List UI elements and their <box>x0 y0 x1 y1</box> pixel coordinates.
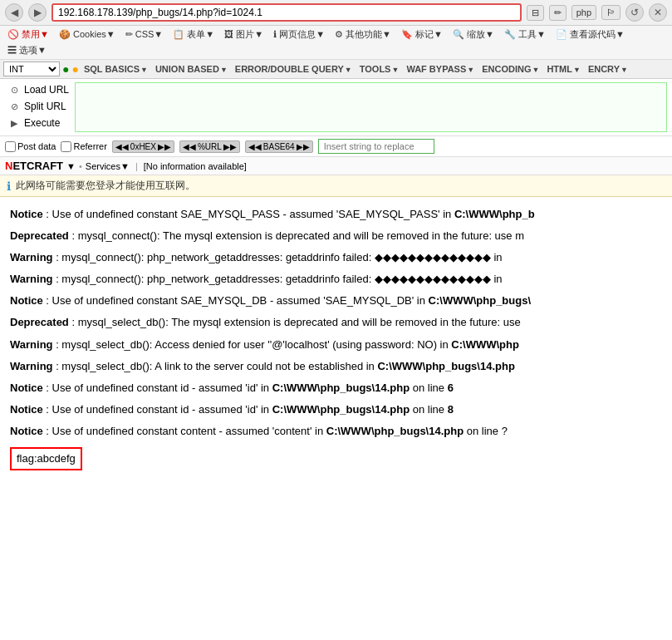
split-url-row[interactable]: ⊘ Split URL <box>5 99 71 114</box>
browser-bar: ◀ ▶ ⊟ ✏ php 🏳 ↺ ✕ <box>0 0 672 26</box>
toolbar-forms[interactable]: 📋 表单▼ <box>169 27 218 42</box>
base64-left-arrow: ◀◀ <box>248 142 262 151</box>
browser-icon-edit: ✏ <box>549 5 567 21</box>
base64-btn[interactable]: ◀◀ BASE64 ▶▶ <box>245 140 313 153</box>
deprecated-line-2: Deprecated : mysql_select_db(): The mysq… <box>10 313 662 332</box>
forward-button[interactable]: ▶ <box>28 3 47 22</box>
sql-type-select[interactable]: INT STRING <box>3 62 60 76</box>
url-btn[interactable]: ◀◀ %URL ▶▶ <box>179 140 240 153</box>
sql-encrypt[interactable]: ENCRY <box>586 63 630 75</box>
notice-text-1: : Use of undefined constant SAE_MYSQL_PA… <box>46 208 454 220</box>
info-icon: ℹ <box>7 180 11 193</box>
deprecated-text-1: : mysql_connect(): The mysql extension i… <box>71 229 524 242</box>
referrer-label: Referrer <box>73 141 106 151</box>
warning-text-1: : mysql_connect(): php_network_getaddres… <box>56 251 502 263</box>
notice-label-3: Notice <box>10 382 43 394</box>
notice-path-5: C:\WWW\php_bugs\14.php <box>326 425 464 437</box>
warning-text-2: : mysql_connect(): php_network_getaddres… <box>56 273 502 285</box>
notice-text-5: : Use of undefined constant content - as… <box>46 425 326 437</box>
sql-encoding[interactable]: ENCODING <box>479 63 542 75</box>
services-label[interactable]: Services▼ <box>86 161 130 171</box>
url-label: %URL <box>198 142 222 151</box>
deprecated-label-1: Deprecated <box>10 229 69 242</box>
notice-line-1: Notice : Use of undefined constant SAE_M… <box>10 205 662 224</box>
sql-toolbar: INT STRING ● ● SQL BASICS UNION BASED ER… <box>0 60 672 79</box>
sql-waf[interactable]: WAF BYPASS <box>404 63 477 75</box>
notice-line-2: Notice : Use of undefined constant SAE_M… <box>10 292 662 310</box>
notice-text-4: : Use of undefined constant id - assumed… <box>46 403 272 416</box>
options-row: Post data Referrer ◀◀ 0xHEX ▶▶ ◀◀ %URL ▶… <box>0 136 672 157</box>
insert-string-input[interactable] <box>318 139 434 154</box>
toolbar-tools[interactable]: 🔧 工具▼ <box>500 27 550 42</box>
notice-path-2: C:\WWW\php_bugs\ <box>429 294 531 307</box>
notice-line-4-suffix: on line 8 <box>413 403 454 416</box>
notice-path-3: C:\WWW\php_bugs\14.php <box>272 382 410 394</box>
post-data-option[interactable]: Post data <box>5 141 56 152</box>
toolbar-images[interactable]: 🖼 图片▼ <box>220 27 267 42</box>
toolbar-pageinfo[interactable]: ℹ 网页信息▼ <box>269 27 329 42</box>
netcraft-dropdown-arrow[interactable]: ▼ <box>66 161 76 171</box>
toolbar-other[interactable]: ⚙ 其他功能▼ <box>331 27 395 42</box>
hex-btn[interactable]: ◀◀ 0xHEX ▶▶ <box>112 140 174 153</box>
execute-icon: ▶ <box>7 116 21 130</box>
toolbar-source[interactable]: 📄 查看源代码▼ <box>552 27 629 42</box>
warning-label-3: Warning <box>10 338 53 351</box>
sql-html[interactable]: HTML <box>544 63 582 75</box>
load-url-row[interactable]: ⊙ Load URL <box>5 82 71 97</box>
notice-line-3-suffix: on line 6 <box>413 382 454 394</box>
post-data-checkbox[interactable] <box>5 141 16 152</box>
back-button[interactable]: ◀ <box>5 3 23 22</box>
no-info-label: [No information available] <box>144 161 247 171</box>
stop-button[interactable]: ✕ <box>649 3 667 22</box>
notice-label-1: Notice <box>10 208 43 220</box>
toolbar-options[interactable]: ☰ 选项▼ <box>3 43 51 57</box>
warning-label-1: Warning <box>10 251 53 263</box>
sql-error[interactable]: ERROR/DOUBLE QUERY <box>233 63 355 75</box>
netcraft-logo: NETCRAFT <box>5 160 63 172</box>
sql-basics[interactable]: SQL BASICS <box>81 63 150 75</box>
base64-label: BASE64 <box>263 142 295 151</box>
reload-button[interactable]: ↺ <box>625 3 644 22</box>
notice-label-2: Notice <box>10 294 43 307</box>
execute-label: Execute <box>24 117 60 129</box>
notice-line-3: Notice : Use of undefined constant id - … <box>10 379 662 397</box>
notice-label-4: Notice <box>10 403 43 416</box>
notice-path-4: C:\WWW\php_bugs\14.php <box>272 403 410 416</box>
tool-panel: ⊙ Load URL ⊘ Split URL ▶ Execute <box>0 79 672 136</box>
load-url-label: Load URL <box>24 84 69 96</box>
toolbar-css[interactable]: ✏ CSS▼ <box>121 28 168 41</box>
sql-union[interactable]: UNION BASED <box>153 63 230 75</box>
url-input[interactable] <box>52 3 522 22</box>
content-area: Notice : Use of undefined constant SAE_M… <box>0 197 672 479</box>
sql-input-textarea[interactable] <box>75 82 667 132</box>
split-url-label: Split URL <box>24 101 66 112</box>
browser-icon-server: ⊟ <box>527 5 544 21</box>
notice-path-1: C:\WWW\php_b <box>454 208 535 220</box>
referrer-option[interactable]: Referrer <box>61 141 106 152</box>
toolbar-cookies[interactable]: 🍪 Cookies▼ <box>55 28 120 41</box>
toolbar-zoom[interactable]: 🔍 缩放▼ <box>449 27 498 42</box>
notice-line-5: Notice : Use of undefined constant conte… <box>10 422 662 441</box>
toolbar-mark[interactable]: 🔖 标记▼ <box>397 27 447 42</box>
post-data-label: Post data <box>17 141 56 151</box>
warning-label-2: Warning <box>10 273 53 285</box>
referrer-checkbox[interactable] <box>61 141 71 152</box>
notice-line-4: Notice : Use of undefined constant id - … <box>10 401 662 419</box>
warning-label-4: Warning <box>10 360 53 372</box>
deprecated-line-1: Deprecated : mysql_connect(): The mysql … <box>10 227 662 245</box>
warning-line-3: Warning : mysql_select_db(): Access deni… <box>10 336 662 354</box>
url-left-arrow: ◀◀ <box>183 142 196 151</box>
deprecated-text-2: : mysql_select_db(): The mysql extension… <box>71 316 520 328</box>
toolbar-row-1: 🚫 禁用▼ 🍪 Cookies▼ ✏ CSS▼ 📋 表单▼ 🖼 图片▼ ℹ 网页… <box>0 26 672 60</box>
notice-text-2: : Use of undefined constant SAE_MYSQL_DB… <box>46 294 428 307</box>
warning-path-3: C:\WWW\php <box>451 338 519 351</box>
warning-text-3: : mysql_select_db(): Access denied for u… <box>56 338 451 351</box>
warning-line-1: Warning : mysql_connect(): php_network_g… <box>10 249 662 267</box>
warning-text-4: : mysql_select_db(): A link to the serve… <box>56 360 377 372</box>
hex-right-arrow: ▶▶ <box>158 142 171 151</box>
execute-row[interactable]: ▶ Execute <box>5 116 71 130</box>
sql-tools[interactable]: TOOLS <box>357 63 402 75</box>
toolbar-disable[interactable]: 🚫 禁用▼ <box>3 27 53 42</box>
base64-right-arrow: ▶▶ <box>297 142 310 151</box>
info-message: 此网络可能需要您登录才能使用互联网。 <box>16 179 195 193</box>
